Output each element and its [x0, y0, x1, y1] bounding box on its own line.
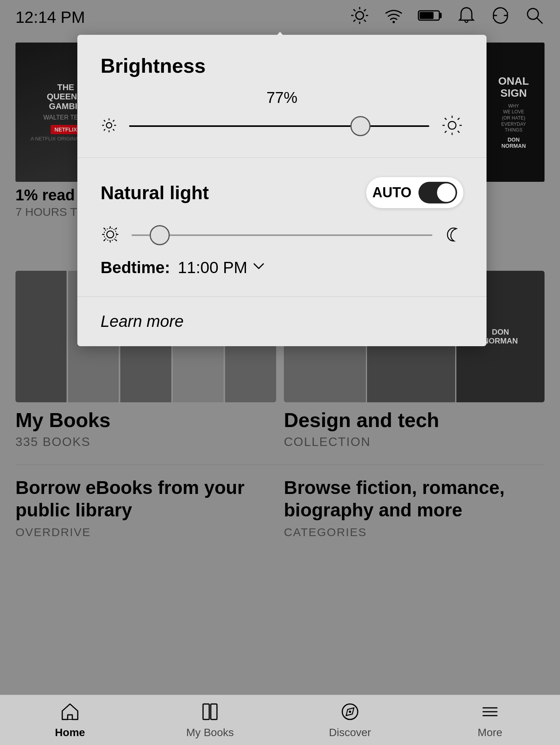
svg-line-30 [113, 120, 114, 122]
svg-point-23 [106, 123, 112, 128]
svg-point-50 [104, 228, 116, 241]
learn-more-section: Learn more [77, 297, 487, 346]
svg-point-41 [107, 231, 114, 238]
panel-arrow [273, 32, 287, 39]
learn-more-link[interactable]: Learn more [101, 312, 184, 330]
toggle-switch[interactable] [418, 182, 457, 203]
brightness-panel: Brightness 77% [77, 35, 487, 346]
natural-light-row: Natural light AUTO [101, 177, 463, 208]
chevron-down-icon [252, 259, 266, 277]
auto-toggle[interactable]: AUTO [366, 177, 463, 208]
moon-icon [444, 225, 463, 246]
svg-line-49 [104, 239, 105, 241]
brightness-slider-row [101, 114, 463, 138]
brightness-percentage: 77% [101, 89, 463, 106]
auto-label: AUTO [372, 185, 411, 201]
brightness-slider[interactable] [129, 114, 429, 138]
brightness-title: Brightness [101, 54, 463, 77]
svg-line-39 [458, 118, 460, 120]
sun-large-icon [441, 114, 463, 138]
natural-light-label: Natural light [101, 182, 209, 203]
brightness-section: Brightness 77% [77, 35, 487, 158]
bedtime-value[interactable]: 11:00 PM [178, 258, 266, 277]
bedtime-row: Bedtime: 11:00 PM [101, 258, 463, 277]
svg-point-32 [448, 121, 456, 129]
natural-light-section: Natural light AUTO [77, 158, 487, 297]
svg-line-31 [104, 129, 106, 131]
svg-line-37 [445, 118, 447, 120]
bedtime-label: Bedtime: [101, 258, 170, 277]
warmth-slider-row [101, 224, 463, 247]
svg-line-40 [445, 131, 447, 133]
svg-line-38 [458, 131, 460, 133]
svg-line-46 [104, 228, 105, 229]
svg-line-48 [115, 228, 117, 229]
bedtime-time: 11:00 PM [178, 258, 248, 277]
svg-line-28 [104, 120, 106, 122]
toggle-knob [437, 183, 456, 202]
svg-line-47 [115, 239, 117, 241]
svg-line-29 [113, 129, 114, 131]
warmth-sun-icon [101, 225, 120, 246]
sun-small-icon [101, 117, 118, 135]
warmth-slider[interactable] [131, 224, 432, 247]
